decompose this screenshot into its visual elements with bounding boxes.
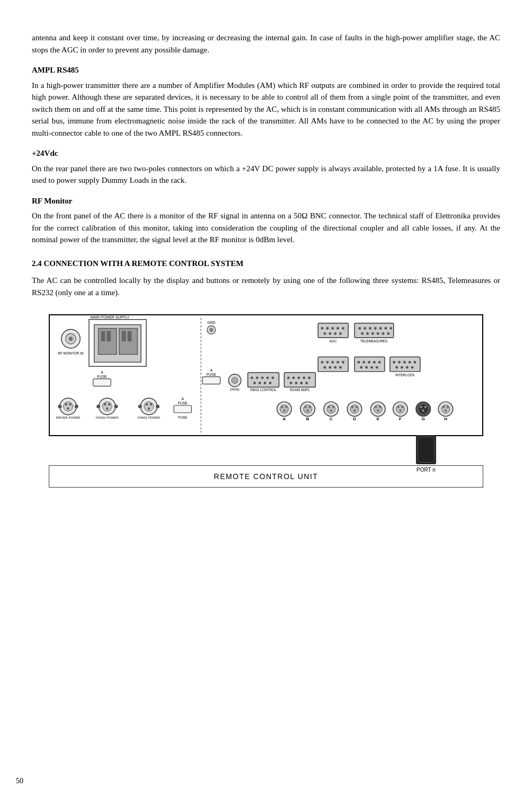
svg-point-70: [300, 382, 303, 384]
svg-rect-13: [93, 379, 111, 386]
svg-point-162: [397, 406, 400, 408]
port-n-label: PORT n: [416, 467, 436, 473]
svg-point-107: [334, 366, 336, 369]
svg-point-33: [149, 403, 152, 406]
svg-point-104: [342, 361, 344, 364]
svg-text:INTERLOCK: INTERLOCK: [395, 373, 415, 377]
svg-point-10: [69, 337, 73, 341]
svg-point-102: [331, 361, 334, 364]
diagram-container: MAIN POWER SUPPLY RF MONITOR IN A FUSE: [32, 314, 500, 488]
svg-point-122: [403, 361, 406, 364]
svg-point-24: [104, 403, 107, 406]
svg-rect-73: [318, 323, 348, 338]
svg-point-28: [97, 405, 100, 408]
svg-point-175: [447, 406, 449, 408]
svg-text:FUSE: FUSE: [178, 415, 187, 419]
rf-monitor-label: RF MONITOR IN: [58, 351, 84, 355]
svg-point-140: [307, 410, 309, 412]
svg-point-151: [356, 406, 358, 408]
svg-point-55: [266, 376, 269, 379]
svg-point-49: [232, 377, 238, 384]
svg-text:AGC: AGC: [330, 339, 337, 343]
svg-point-105: [324, 366, 326, 369]
svg-point-96: [382, 332, 385, 335]
svg-point-118: [376, 366, 378, 369]
svg-point-69: [295, 382, 298, 384]
svg-point-137: [304, 405, 312, 413]
svg-point-76: [331, 327, 334, 330]
svg-point-131: [280, 405, 289, 413]
svg-point-167: [419, 405, 428, 413]
rf-heading: RF Monitor: [32, 195, 500, 207]
svg-point-66: [303, 376, 305, 379]
svg-point-123: [409, 361, 411, 364]
svg-point-161: [396, 405, 405, 413]
svg-rect-62: [284, 373, 315, 387]
svg-point-57: [253, 382, 256, 384]
port-n-cable-area: PORT n: [416, 435, 436, 473]
svg-text:RS485 AMPL: RS485 AMPL: [290, 388, 311, 392]
svg-point-158: [377, 410, 379, 412]
diagram-assembly: MAIN POWER SUPPLY RF MONITOR IN A FUSE: [49, 314, 483, 488]
svg-point-29: [114, 405, 118, 408]
svg-point-114: [378, 361, 381, 364]
svg-point-80: [329, 332, 331, 335]
svg-point-37: [156, 405, 159, 408]
svg-text:FUSE: FUSE: [178, 401, 188, 405]
svg-point-87: [369, 327, 371, 330]
svg-point-32: [146, 403, 148, 406]
svg-point-111: [362, 361, 365, 364]
svg-text:FANS2 POWER: FANS2 POWER: [96, 416, 118, 419]
svg-point-89: [379, 327, 382, 330]
svg-point-121: [398, 361, 401, 364]
svg-point-101: [326, 361, 329, 364]
svg-text:TELEMEASURES: TELEMEASURES: [360, 339, 388, 343]
svg-point-20: [58, 405, 61, 408]
svg-text:FANS CONTROL: FANS CONTROL: [250, 388, 277, 392]
svg-point-149: [350, 405, 359, 413]
svg-point-164: [400, 410, 402, 412]
svg-point-85: [358, 327, 361, 330]
intro-paragraph: antenna and keep it constant over time, …: [32, 32, 500, 56]
svg-point-25: [108, 403, 111, 406]
page-number: 50: [16, 777, 23, 785]
svg-point-146: [330, 410, 332, 412]
svg-point-163: [401, 406, 403, 408]
svg-point-64: [292, 376, 295, 379]
svg-rect-84: [354, 323, 394, 338]
svg-text:B: B: [306, 417, 309, 421]
svg-point-127: [406, 366, 409, 369]
svg-point-117: [370, 366, 373, 369]
svg-point-145: [332, 406, 334, 408]
page: antenna and keep it constant over time, …: [0, 0, 532, 796]
svg-text:DRIVER POWER: DRIVER POWER: [56, 416, 81, 419]
svg-point-170: [422, 410, 424, 412]
section-heading: 2.4 CONNECTION WITH A REMOTE CONTROL SYS…: [32, 258, 500, 270]
svg-point-21: [75, 405, 78, 408]
svg-point-67: [308, 376, 311, 379]
svg-point-81: [334, 332, 336, 335]
svg-point-97: [387, 332, 389, 335]
svg-point-100: [321, 361, 324, 364]
svg-point-103: [336, 361, 339, 364]
svg-text:E: E: [377, 417, 379, 421]
section-paragraph: The AC can be controlled locally by the …: [32, 275, 500, 298]
svg-point-169: [424, 406, 427, 408]
svg-point-26: [106, 407, 109, 410]
svg-text:A: A: [101, 370, 103, 374]
svg-point-115: [360, 366, 362, 369]
svg-rect-40: [174, 405, 191, 413]
svg-point-139: [309, 406, 311, 408]
svg-point-71: [305, 382, 308, 384]
svg-point-150: [351, 406, 353, 408]
ampl-heading: AMPL RS485: [32, 64, 500, 76]
svg-point-75: [326, 327, 329, 330]
svg-point-74: [321, 327, 324, 330]
svg-point-125: [395, 366, 398, 369]
svg-rect-6: [122, 331, 126, 341]
svg-point-157: [379, 406, 381, 408]
svg-rect-99: [318, 357, 348, 372]
svg-point-17: [69, 403, 72, 406]
svg-point-36: [138, 405, 141, 408]
svg-point-91: [389, 327, 392, 330]
